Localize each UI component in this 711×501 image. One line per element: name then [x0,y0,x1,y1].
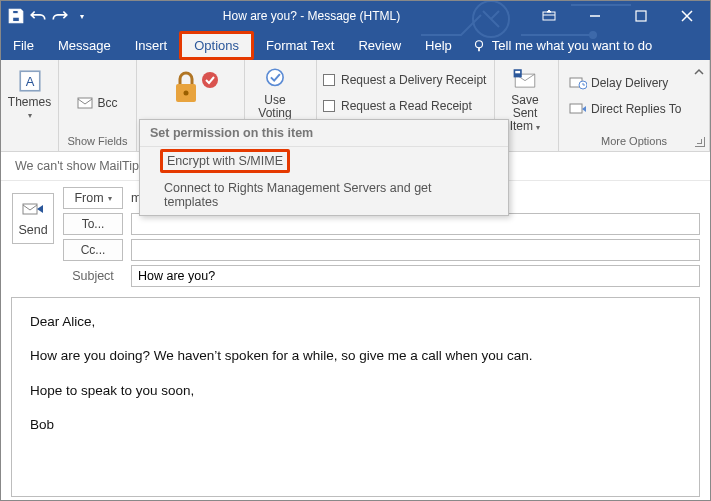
tab-review[interactable]: Review [346,31,413,60]
svg-rect-20 [570,104,582,113]
tab-insert[interactable]: Insert [123,31,180,60]
subject-field[interactable] [131,265,700,287]
tab-formattext[interactable]: Format Text [254,31,346,60]
dialog-launcher-icon[interactable] [695,137,705,147]
svg-text:A: A [25,74,34,89]
delay-delivery-button[interactable]: Delay Delivery [565,74,672,92]
send-button[interactable]: Send [12,193,53,244]
svg-point-13 [183,91,188,96]
svg-point-15 [267,69,283,85]
collapse-ribbon-icon[interactable] [693,66,705,81]
svg-point-7 [475,40,482,47]
tell-me[interactable]: Tell me what you want to do [464,31,660,60]
tab-help[interactable]: Help [413,31,464,60]
bcc-label: Bcc [97,96,117,110]
encrypt-smime-item[interactable]: Encrypt with S/MIME [160,149,290,173]
svg-rect-17 [515,71,520,73]
group-show-fields: Bcc Show Fields [59,60,137,151]
window-controls [526,1,710,31]
body-line: How are you doing? We haven’t spoken for… [30,346,681,366]
connect-rms-item[interactable]: Connect to Rights Management Servers and… [140,175,508,215]
to-button[interactable]: To... [63,213,123,235]
direct-replies-to-button[interactable]: Direct Replies To [565,100,685,118]
tell-me-label: Tell me what you want to do [492,38,652,53]
svg-rect-4 [543,12,555,20]
request-read-receipt[interactable]: Request a Read Receipt [323,98,472,114]
quick-access-toolbar: ▾ [1,7,97,25]
encrypt-sign-icons [168,60,214,120]
request-delivery-receipt[interactable]: Request a Delivery Receipt [323,72,486,88]
svg-rect-2 [13,17,20,22]
svg-rect-6 [636,11,646,21]
tab-options[interactable]: Options [179,31,254,60]
send-label: Send [18,223,47,237]
from-button[interactable]: From▾ [63,187,123,209]
tab-file[interactable]: File [1,31,46,60]
title-bar: ▾ How are you? - Message (HTML) [1,1,710,31]
body-line: Dear Alice, [30,312,681,332]
body-line: Hope to speak to you soon, [30,381,681,401]
themes-button[interactable]: A Themes ▾ [7,64,52,120]
ribbon-options: A Themes ▾ Bcc Show Fields [1,60,710,152]
svg-rect-11 [78,98,92,108]
bcc-button[interactable]: Bcc [73,94,121,112]
themes-label: Themes [8,96,51,109]
redo-icon[interactable] [51,7,69,25]
cc-field[interactable] [131,239,700,261]
svg-rect-8 [478,47,480,51]
maximize-button[interactable] [618,1,664,31]
svg-rect-21 [23,204,37,214]
to-field[interactable] [131,213,700,235]
ribbon-options-icon[interactable] [526,1,572,31]
message-body[interactable]: Dear Alice, How are you doing? We haven’… [11,297,700,497]
body-line: Bob [30,415,681,435]
show-fields-label: Show Fields [65,133,130,151]
minimize-button[interactable] [572,1,618,31]
window-title: How are you? - Message (HTML) [97,9,526,23]
tab-message[interactable]: Message [46,31,123,60]
group-themes: A Themes ▾ [1,60,59,151]
ribbon-tabs: File Message Insert Options Format Text … [1,31,710,60]
more-options-label: More Options [565,133,703,151]
chevron-down-icon: ▾ [28,111,32,120]
undo-icon[interactable] [29,7,47,25]
group-more-options: Delay Delivery Direct Replies To More Op… [559,60,710,151]
close-button[interactable] [664,1,710,31]
qat-more-icon[interactable]: ▾ [73,7,91,25]
svg-rect-3 [13,10,19,13]
encrypt-dropdown: Set permission on this item Encrypt with… [139,119,509,216]
subject-label: Subject [63,269,123,283]
cc-button[interactable]: Cc... [63,239,123,261]
popup-header: Set permission on this item [140,120,508,147]
save-icon[interactable] [7,7,25,25]
svg-point-14 [202,72,218,88]
